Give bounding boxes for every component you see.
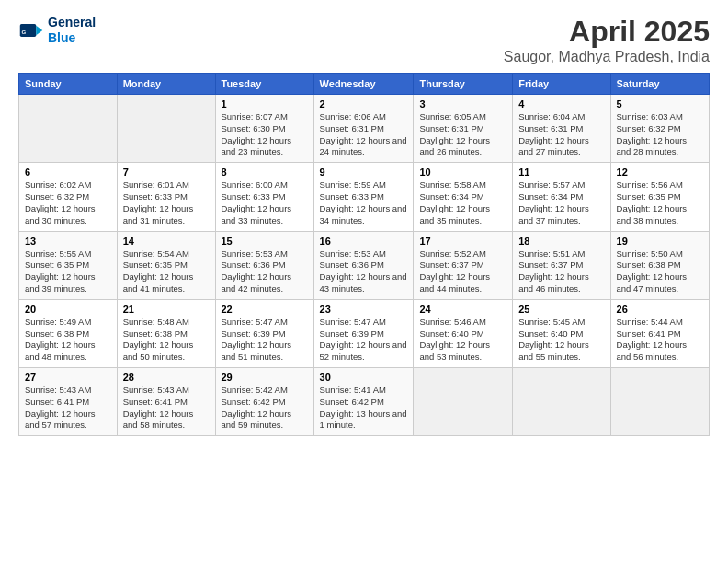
day-number: 19: [617, 236, 703, 247]
day-number: 17: [419, 236, 506, 247]
day-info: Sunrise: 6:07 AM Sunset: 6:30 PM Dayligh…: [222, 111, 308, 158]
day-info: Sunrise: 5:50 AM Sunset: 6:38 PM Dayligh…: [617, 248, 703, 295]
day-info: Sunrise: 5:43 AM Sunset: 6:41 PM Dayligh…: [123, 385, 210, 431]
main-title: April 2025: [504, 15, 710, 49]
calendar-cell: [414, 368, 513, 436]
calendar-cell: 30Sunrise: 5:41 AM Sunset: 6:42 PM Dayli…: [313, 368, 414, 436]
weekday-header-wednesday: Wednesday: [313, 74, 414, 95]
calendar-page: G General Blue April 2025 Saugor, Madhya…: [0, 0, 728, 563]
day-info: Sunrise: 6:04 AM Sunset: 6:31 PM Dayligh…: [518, 111, 604, 158]
day-info: Sunrise: 6:00 AM Sunset: 6:33 PM Dayligh…: [222, 179, 308, 226]
calendar-cell: [610, 368, 709, 436]
calendar-cell: 5Sunrise: 6:03 AM Sunset: 6:32 PM Daylig…: [610, 95, 709, 163]
day-number: 13: [25, 236, 111, 247]
calendar-cell: 3Sunrise: 6:05 AM Sunset: 6:31 PM Daylig…: [414, 95, 513, 163]
day-number: 30: [320, 372, 408, 383]
day-number: 14: [123, 236, 210, 247]
calendar-cell: 1Sunrise: 6:07 AM Sunset: 6:30 PM Daylig…: [215, 95, 313, 163]
calendar-week-3: 20Sunrise: 5:49 AM Sunset: 6:38 PM Dayli…: [19, 299, 710, 367]
logo-line2: Blue: [48, 30, 75, 45]
day-number: 22: [222, 304, 308, 315]
weekday-header-thursday: Thursday: [414, 74, 513, 95]
day-number: 11: [518, 167, 604, 178]
calendar-cell: 29Sunrise: 5:42 AM Sunset: 6:42 PM Dayli…: [215, 368, 313, 436]
calendar-cell: 20Sunrise: 5:49 AM Sunset: 6:38 PM Dayli…: [19, 299, 118, 367]
day-info: Sunrise: 6:02 AM Sunset: 6:32 PM Dayligh…: [25, 179, 111, 226]
calendar-cell: 15Sunrise: 5:53 AM Sunset: 6:36 PM Dayli…: [215, 231, 313, 299]
day-number: 10: [419, 167, 506, 178]
day-number: 6: [25, 167, 111, 178]
calendar-cell: 26Sunrise: 5:44 AM Sunset: 6:41 PM Dayli…: [610, 299, 709, 367]
day-info: Sunrise: 5:44 AM Sunset: 6:41 PM Dayligh…: [617, 316, 703, 363]
calendar-cell: 19Sunrise: 5:50 AM Sunset: 6:38 PM Dayli…: [610, 231, 709, 299]
weekday-header-monday: Monday: [117, 74, 215, 95]
day-info: Sunrise: 6:01 AM Sunset: 6:33 PM Dayligh…: [123, 179, 210, 226]
calendar-cell: 24Sunrise: 5:46 AM Sunset: 6:40 PM Dayli…: [414, 299, 513, 367]
weekday-header-tuesday: Tuesday: [215, 74, 313, 95]
calendar-cell: 14Sunrise: 5:54 AM Sunset: 6:35 PM Dayli…: [117, 231, 215, 299]
subtitle: Saugor, Madhya Pradesh, India: [504, 49, 710, 65]
calendar-cell: 10Sunrise: 5:58 AM Sunset: 6:34 PM Dayli…: [414, 163, 513, 231]
calendar-cell: 18Sunrise: 5:51 AM Sunset: 6:37 PM Dayli…: [513, 231, 610, 299]
calendar-week-0: 1Sunrise: 6:07 AM Sunset: 6:30 PM Daylig…: [19, 95, 710, 163]
weekday-header-friday: Friday: [513, 74, 610, 95]
day-info: Sunrise: 5:47 AM Sunset: 6:39 PM Dayligh…: [320, 316, 408, 363]
day-info: Sunrise: 5:53 AM Sunset: 6:36 PM Dayligh…: [222, 248, 308, 295]
day-number: 3: [419, 98, 506, 109]
day-number: 27: [25, 372, 111, 383]
day-info: Sunrise: 5:58 AM Sunset: 6:34 PM Dayligh…: [419, 179, 506, 226]
day-number: 7: [123, 167, 210, 178]
title-block: April 2025 Saugor, Madhya Pradesh, India: [504, 15, 710, 65]
day-info: Sunrise: 5:51 AM Sunset: 6:37 PM Dayligh…: [518, 248, 604, 295]
day-number: 25: [518, 304, 604, 315]
day-number: 15: [222, 236, 308, 247]
calendar-cell: 13Sunrise: 5:55 AM Sunset: 6:35 PM Dayli…: [19, 231, 118, 299]
calendar-cell: 7Sunrise: 6:01 AM Sunset: 6:33 PM Daylig…: [117, 163, 215, 231]
calendar-week-2: 13Sunrise: 5:55 AM Sunset: 6:35 PM Dayli…: [19, 231, 710, 299]
calendar-cell: 16Sunrise: 5:53 AM Sunset: 6:36 PM Dayli…: [313, 231, 414, 299]
svg-marker-1: [36, 26, 42, 36]
day-number: 21: [123, 304, 210, 315]
calendar-cell: 4Sunrise: 6:04 AM Sunset: 6:31 PM Daylig…: [513, 95, 610, 163]
day-number: 4: [518, 98, 604, 109]
day-number: 16: [320, 236, 408, 247]
day-info: Sunrise: 5:56 AM Sunset: 6:35 PM Dayligh…: [617, 179, 703, 226]
calendar-cell: 6Sunrise: 6:02 AM Sunset: 6:32 PM Daylig…: [19, 163, 118, 231]
day-info: Sunrise: 6:06 AM Sunset: 6:31 PM Dayligh…: [320, 111, 408, 158]
weekday-header-row: SundayMondayTuesdayWednesdayThursdayFrid…: [19, 74, 710, 95]
day-number: 2: [320, 98, 408, 109]
logo-line1: General: [48, 15, 96, 30]
weekday-header-saturday: Saturday: [610, 74, 709, 95]
day-info: Sunrise: 5:52 AM Sunset: 6:37 PM Dayligh…: [419, 248, 506, 295]
day-info: Sunrise: 5:41 AM Sunset: 6:42 PM Dayligh…: [320, 385, 408, 431]
day-number: 20: [25, 304, 111, 315]
calendar-week-1: 6Sunrise: 6:02 AM Sunset: 6:32 PM Daylig…: [19, 163, 710, 231]
day-number: 5: [617, 98, 703, 109]
day-info: Sunrise: 5:42 AM Sunset: 6:42 PM Dayligh…: [222, 385, 308, 431]
day-number: 24: [419, 304, 506, 315]
calendar-cell: 22Sunrise: 5:47 AM Sunset: 6:39 PM Dayli…: [215, 299, 313, 367]
day-info: Sunrise: 5:43 AM Sunset: 6:41 PM Dayligh…: [25, 385, 111, 431]
weekday-header-sunday: Sunday: [19, 74, 118, 95]
day-info: Sunrise: 5:57 AM Sunset: 6:34 PM Dayligh…: [518, 179, 604, 226]
day-number: 12: [617, 167, 703, 178]
day-number: 28: [123, 372, 210, 383]
day-info: Sunrise: 5:47 AM Sunset: 6:39 PM Dayligh…: [222, 316, 308, 363]
day-number: 8: [222, 167, 308, 178]
calendar-week-4: 27Sunrise: 5:43 AM Sunset: 6:41 PM Dayli…: [19, 368, 710, 436]
svg-text:G: G: [22, 28, 27, 34]
day-info: Sunrise: 5:45 AM Sunset: 6:40 PM Dayligh…: [518, 316, 604, 363]
calendar-cell: [513, 368, 610, 436]
calendar-cell: 2Sunrise: 6:06 AM Sunset: 6:31 PM Daylig…: [313, 95, 414, 163]
day-info: Sunrise: 5:54 AM Sunset: 6:35 PM Dayligh…: [123, 248, 210, 295]
logo-text: General Blue: [48, 15, 96, 46]
calendar-cell: 21Sunrise: 5:48 AM Sunset: 6:38 PM Dayli…: [117, 299, 215, 367]
calendar-cell: 23Sunrise: 5:47 AM Sunset: 6:39 PM Dayli…: [313, 299, 414, 367]
calendar-cell: [19, 95, 118, 163]
day-info: Sunrise: 5:53 AM Sunset: 6:36 PM Dayligh…: [320, 248, 408, 295]
calendar-cell: 9Sunrise: 5:59 AM Sunset: 6:33 PM Daylig…: [313, 163, 414, 231]
day-info: Sunrise: 5:46 AM Sunset: 6:40 PM Dayligh…: [419, 316, 506, 363]
logo: G General Blue: [18, 15, 96, 46]
calendar-cell: [117, 95, 215, 163]
calendar-cell: 25Sunrise: 5:45 AM Sunset: 6:40 PM Dayli…: [513, 299, 610, 367]
